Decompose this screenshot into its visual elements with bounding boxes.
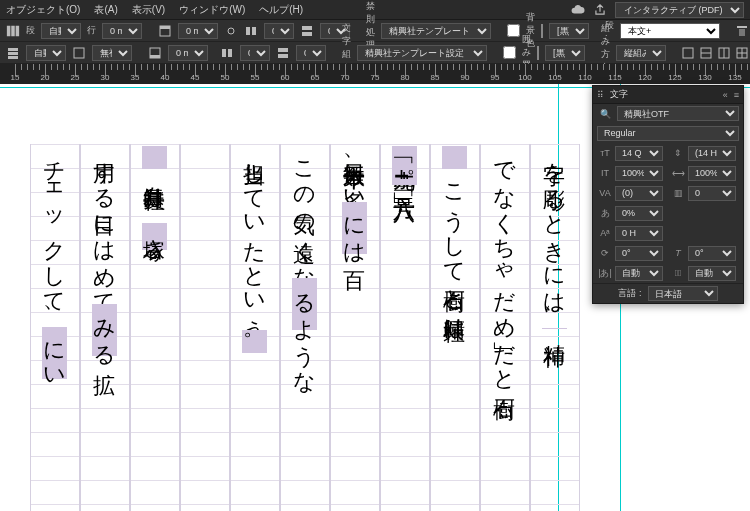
ruler-label: 40 <box>161 73 170 82</box>
highlighted-text: るよ <box>292 278 317 330</box>
hscale-icon: ⟷ <box>670 168 686 178</box>
svg-rect-24 <box>222 49 226 57</box>
skew-select[interactable]: 0° <box>688 246 736 261</box>
text-column[interactable]: 字を彫るときには、精神 <box>530 144 580 511</box>
align-top-icon[interactable] <box>736 25 748 37</box>
panel-collapse-icon[interactable]: « <box>723 90 728 100</box>
text-column[interactable]: チェックして、気にい <box>30 144 80 511</box>
ruler-label: 130 <box>698 73 711 82</box>
font-style-select[interactable]: Regular <box>597 126 739 141</box>
workspace-preset-select[interactable]: インタラクティブ (PDF) <box>615 2 744 18</box>
svg-rect-4 <box>160 26 170 29</box>
language-select[interactable]: 日本語 <box>648 286 718 301</box>
stroke-select[interactable]: [黒] <box>545 45 585 61</box>
stroke-checkbox[interactable] <box>503 46 516 59</box>
baseline-icon: Aª <box>597 228 613 238</box>
vscale-select[interactable]: 100% <box>615 166 663 181</box>
ruler-label: 100 <box>518 73 531 82</box>
tsume-select[interactable]: 0% <box>615 206 663 221</box>
ruler-label: 80 <box>401 73 410 82</box>
link-icon[interactable] <box>224 24 238 38</box>
text-column[interactable]: 用する目にはめてみる拡 <box>80 144 130 511</box>
svg-rect-8 <box>302 32 312 36</box>
para-style-select[interactable]: 本文+ <box>620 23 720 39</box>
rows-select[interactable]: 自動 <box>26 45 66 61</box>
gutter-d-select[interactable]: 0 <box>296 45 326 61</box>
auto2-select[interactable]: 自動 <box>688 266 736 281</box>
text-column[interactable]: この気の遠くなるような <box>280 144 330 511</box>
menu-object[interactable]: オブジェクト(O) <box>6 3 80 17</box>
auto1-select[interactable]: 自動 <box>615 266 663 281</box>
rotate-icon: ⟳ <box>597 248 613 258</box>
bgcolor-checkbox[interactable] <box>507 24 520 37</box>
wrap-select[interactable]: 無視 <box>92 45 132 61</box>
gutter-a-select[interactable]: 0 <box>264 23 294 39</box>
direction-select[interactable]: 縦組み <box>616 45 666 61</box>
highlighted-text: 「八 <box>392 183 417 185</box>
mojikumi-select[interactable]: 精興社テンプレート設定 <box>357 45 487 61</box>
ruler-label: 105 <box>548 73 561 82</box>
stroke-swatch[interactable] <box>537 46 539 60</box>
text-column[interactable]: こうして樹石と精興社は <box>430 144 480 511</box>
vscale-icon: IT <box>597 168 613 178</box>
row-gap-select[interactable]: 0 mm <box>102 23 142 39</box>
svg-rect-20 <box>8 56 18 59</box>
text-column[interactable]: 担当していたという。 <box>230 144 280 511</box>
menu-table[interactable]: 表(A) <box>94 3 117 17</box>
ruler-label: 75 <box>371 73 380 82</box>
kinsoku-select[interactable]: 精興社テンプレート <box>381 23 491 39</box>
grid-d-icon[interactable] <box>736 47 748 59</box>
grid-c-icon[interactable] <box>718 47 730 59</box>
grid-b-icon[interactable] <box>700 47 712 59</box>
rotate-select[interactable]: 0° <box>615 246 663 261</box>
text-column[interactable]: 「五号」「九ポ」「六号」「八 <box>380 144 430 511</box>
panel-grip-icon[interactable]: ⠿ <box>597 90 604 100</box>
menu-view[interactable]: 表示(V) <box>132 3 165 17</box>
font-family-select[interactable]: 精興社OTF <box>617 106 739 121</box>
ruler-label: 120 <box>638 73 651 82</box>
inset-bottom-select[interactable]: 0 mm <box>168 45 208 61</box>
inset-top-select[interactable]: 0 mm <box>178 23 218 39</box>
tracking-select[interactable]: 0 <box>688 186 736 201</box>
ruler-label: 110 <box>578 73 591 82</box>
bgcolor-select[interactable]: [黒] <box>549 23 589 39</box>
svg-rect-23 <box>150 55 160 58</box>
dan-label: 段 <box>26 24 35 37</box>
gutter-c-select[interactable]: 0 <box>240 45 270 61</box>
baseline-select[interactable]: 0 H <box>615 226 663 241</box>
hscale-select[interactable]: 100% <box>688 166 736 181</box>
horizontal-ruler[interactable]: 1520253035404550556065707580859095100105… <box>0 64 750 84</box>
leading-select[interactable]: (14 H) <box>688 146 736 161</box>
text-column[interactable] <box>180 144 230 511</box>
ruler-label: 15 <box>11 73 20 82</box>
kerning-select[interactable]: (0) <box>615 186 663 201</box>
ruler-label: 90 <box>461 73 470 82</box>
text-column[interactable]: でなくちゃだめ」だと樹石 <box>480 144 530 511</box>
ruler-label: 65 <box>311 73 320 82</box>
svg-rect-21 <box>74 48 84 58</box>
gutter-d-icon <box>276 46 290 60</box>
ruler-label: 30 <box>101 73 110 82</box>
highlighted-text <box>442 146 467 169</box>
share-icon[interactable] <box>593 3 607 17</box>
dan-select[interactable]: 自動 <box>41 23 81 39</box>
character-panel[interactable]: ⠿ 文字 « ≡ 🔍 精興社OTF Regular тT 14 Q ⇕ (14 … <box>592 85 744 304</box>
svg-rect-6 <box>252 27 256 35</box>
text-column[interactable]: 毎日数十本、多い日には百 <box>330 144 380 511</box>
menu-window[interactable]: ウィンドウ(W) <box>179 3 245 17</box>
svg-rect-2 <box>16 25 20 36</box>
search-icon: 🔍 <box>597 109 613 119</box>
grid-a-icon[interactable] <box>682 47 694 59</box>
text-column[interactable]: 白井社長は、君塚さ <box>130 144 180 511</box>
panel-menu-icon[interactable]: ≡ <box>734 90 739 100</box>
bgcolor-swatch[interactable] <box>541 24 543 38</box>
font-size-select[interactable]: 14 Q <box>615 146 663 161</box>
options-bar-2: 自動 無視 0 mm 0 0 文字組み : 精興社テンプレート設定 囲み罫 [黒… <box>0 42 750 64</box>
cloud-icon[interactable] <box>571 3 585 17</box>
gutter-b-icon <box>300 24 314 38</box>
text-frame[interactable]: 字を彫るときには、精神でなくちゃだめ」だと樹石 こうして樹石と精興社は「五号」「… <box>0 144 580 511</box>
ruler-label: 115 <box>608 73 621 82</box>
svg-rect-1 <box>11 25 15 36</box>
menu-help[interactable]: ヘルプ(H) <box>259 3 303 17</box>
character-tab[interactable]: 文字 <box>610 88 628 101</box>
